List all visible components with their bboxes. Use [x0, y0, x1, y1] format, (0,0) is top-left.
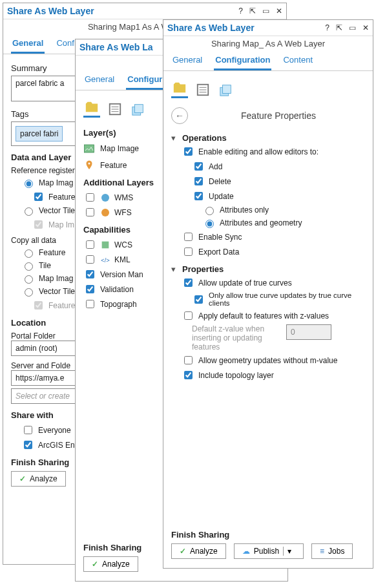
properties-icon3[interactable]	[194, 81, 211, 98]
layers-icon[interactable]	[130, 101, 147, 118]
window3-title: Share As Web Layer	[167, 23, 325, 33]
checkbox-feature[interactable]	[34, 193, 43, 201]
checkbox-topography[interactable]	[86, 300, 94, 308]
z-value-input: 0	[286, 324, 331, 340]
close-icon[interactable]: ✕	[276, 6, 282, 16]
tab-content3[interactable]: Content	[282, 52, 314, 70]
maximize-icon3[interactable]: ▭	[349, 23, 356, 32]
analyze-button1[interactable]: ✓Analyze	[11, 471, 66, 487]
tab-config2[interactable]: Configur	[126, 72, 163, 90]
svg-point-7	[89, 163, 90, 165]
svg-rect-6	[85, 145, 94, 152]
tab-general3[interactable]: General	[171, 52, 204, 70]
back-button[interactable]: ←	[171, 107, 188, 124]
radio-vector-tile[interactable]	[25, 207, 33, 216]
tag-chip[interactable]: parcel fabri	[16, 126, 63, 142]
chevron-down-icon2[interactable]: ▾	[171, 264, 176, 274]
close-icon3[interactable]: ✕	[362, 23, 369, 32]
tab-general[interactable]: General	[11, 36, 45, 54]
checkbox-include-topology[interactable]	[184, 371, 193, 379]
checkbox-arcgis-ent[interactable]	[24, 441, 32, 449]
feature-properties-title: Feature Properties	[192, 110, 365, 121]
maximize-icon[interactable]: ▭	[262, 6, 269, 16]
analyze-button3[interactable]: ✓Analyze	[171, 543, 226, 559]
layers-icon3[interactable]	[218, 81, 235, 98]
checkbox-true-curve-clients[interactable]	[194, 295, 203, 304]
svg-point-8	[101, 194, 109, 202]
help-icon[interactable]: ?	[238, 6, 243, 16]
checkbox-feature-disabled	[34, 301, 43, 310]
radio-tile[interactable]	[25, 262, 33, 271]
radio-map-image2[interactable]	[25, 275, 33, 284]
svg-text:</>: </>	[101, 257, 110, 264]
checkbox-wcs[interactable]	[86, 240, 94, 249]
svg-rect-17	[223, 85, 231, 94]
window3-subtitle: Sharing Map_ As A Web Layer	[163, 36, 373, 52]
checkbox-kml[interactable]	[86, 255, 94, 264]
folder-icon[interactable]	[83, 101, 100, 118]
checkbox-wms[interactable]	[86, 193, 94, 202]
checkbox-wfs[interactable]	[86, 208, 94, 216]
radio-feature2[interactable]	[25, 249, 33, 258]
tab-general2[interactable]: General	[83, 72, 116, 90]
folder-icon3[interactable]	[171, 81, 188, 98]
checkbox-enable-editing[interactable]	[184, 147, 193, 156]
checkbox-apply-z[interactable]	[184, 311, 193, 320]
autohide-icon3[interactable]: ⇱	[336, 23, 342, 32]
checkbox-map-im-disabled	[34, 220, 43, 229]
jobs-button[interactable]: ≡Jobs	[311, 543, 353, 559]
svg-rect-10	[102, 241, 109, 248]
publish-button[interactable]: ☁Publish▾	[234, 543, 304, 559]
checkbox-add[interactable]	[194, 162, 203, 171]
analyze-button2[interactable]: ✓Analyze	[83, 556, 138, 572]
chevron-down-icon3[interactable]: ▾	[283, 547, 295, 556]
window1-title: Share As Web Layer	[7, 6, 238, 16]
checkbox-enable-sync[interactable]	[184, 233, 193, 241]
checkbox-true-curves[interactable]	[184, 278, 193, 287]
checkbox-validation[interactable]	[86, 285, 94, 293]
help-icon3[interactable]: ?	[325, 23, 329, 32]
checkbox-m-value[interactable]	[184, 356, 193, 364]
svg-rect-5	[135, 105, 143, 113]
checkbox-everyone[interactable]	[24, 426, 32, 434]
z-value-label: Default z-value when inserting or updati…	[192, 324, 282, 352]
finish-heading3: Finish Sharing	[171, 530, 365, 540]
radio-vector-tile2[interactable]	[25, 288, 33, 297]
properties-heading: Properties	[182, 264, 224, 274]
radio-attributes-only[interactable]	[205, 207, 214, 215]
autohide-icon[interactable]: ⇱	[249, 6, 256, 16]
svg-point-9	[101, 209, 109, 216]
checkbox-version-mgmt[interactable]	[86, 270, 94, 278]
operations-heading: Operations	[182, 133, 227, 143]
radio-attributes-geometry[interactable]	[205, 220, 214, 228]
radio-map-image[interactable]	[25, 180, 33, 188]
checkbox-export-data[interactable]	[184, 247, 193, 256]
checkbox-update[interactable]	[194, 192, 203, 200]
chevron-down-icon[interactable]: ▾	[171, 133, 176, 143]
properties-icon[interactable]	[107, 101, 123, 118]
tab-config3[interactable]: Configuration	[214, 52, 271, 70]
checkbox-delete[interactable]	[194, 177, 203, 185]
